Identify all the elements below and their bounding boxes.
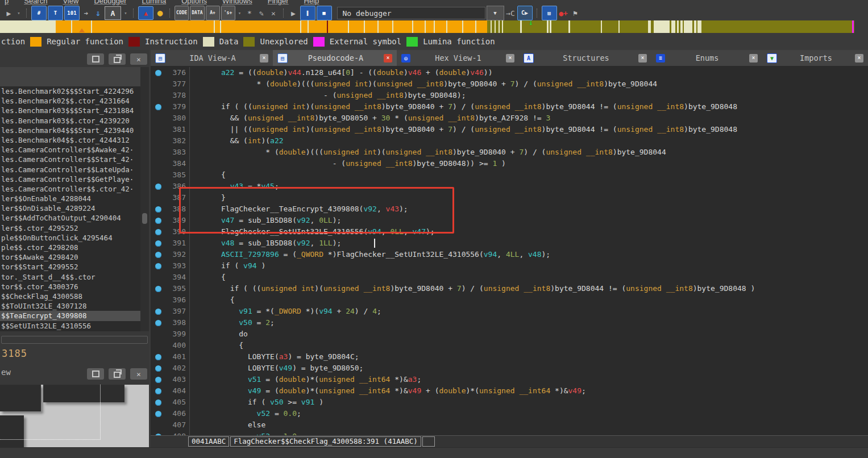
- menu-item[interactable]: Debugger: [94, 0, 126, 5]
- pseudocode-view[interactable]: 376 a22 = ((double)v44.n128_u64[0] - ((d…: [151, 66, 868, 436]
- code-line[interactable]: 393 if ( v94 ): [151, 260, 868, 272]
- breakpoint-gutter[interactable]: [151, 283, 165, 294]
- code-line[interactable]: 407 else: [151, 419, 868, 431]
- breakpoint-gutter[interactable]: [151, 215, 165, 226]
- code-line[interactable]: 377 * (double)(((unsigned int)(unsigned …: [151, 78, 868, 90]
- breakpoint-dot[interactable]: [155, 206, 161, 213]
- breakpoint-gutter[interactable]: [151, 135, 165, 147]
- code-line[interactable]: 391 v48 = sub_1B5D88(v92, 1LL);: [151, 238, 868, 249]
- close-button[interactable]: ×: [130, 368, 147, 380]
- maximize-button[interactable]: [87, 368, 104, 380]
- navigation-band[interactable]: ↓: [0, 20, 868, 33]
- analysis-indicator-icon[interactable]: ●: [155, 7, 165, 19]
- breakpoint-dot[interactable]: [155, 70, 161, 76]
- menu-item[interactable]: Windows: [222, 0, 252, 5]
- breakpoint-gutter[interactable]: [151, 340, 165, 351]
- breakpoint-gutter[interactable]: [151, 113, 165, 124]
- breakpoint-gutter[interactable]: [151, 260, 165, 272]
- tab-close-icon[interactable]: ×: [749, 54, 758, 63]
- code-line[interactable]: 389 v47 = sub_1B5D88(v92, 0LL);: [151, 215, 868, 226]
- functions-scrollbar[interactable]: [140, 67, 149, 331]
- breakpoint-gutter[interactable]: [151, 78, 165, 90]
- code-line[interactable]: 382 && (int)(a22: [151, 135, 868, 147]
- breakpoint-gutter[interactable]: [151, 238, 165, 249]
- functions-list[interactable]: les.Benchmark02$$$Start_4224296les.Bench…: [0, 86, 140, 331]
- breakpoint-dot[interactable]: [155, 365, 161, 372]
- code-line[interactable]: 376 a22 = ((double)v44.n128_u64[0] - ((d…: [151, 67, 868, 78]
- tab-pseudocode[interactable]: ▤Pseudocode-A×: [273, 50, 397, 66]
- search-again-icon[interactable]: ➔: [81, 7, 92, 19]
- close-button[interactable]: ×: [130, 53, 147, 65]
- code-line[interactable]: 394 {: [151, 272, 868, 283]
- breakpoint-dot[interactable]: [155, 286, 161, 292]
- code-line[interactable]: 399 do: [151, 328, 868, 340]
- breakpoint-gutter[interactable]: [151, 67, 165, 78]
- function-list-item[interactable]: les.Benchmark02$$.ctor_4231664: [0, 96, 140, 106]
- scrollbar-thumb[interactable]: [142, 213, 147, 224]
- code-line[interactable]: 390 FlagChecker__SetUInt32LE_4310556(v94…: [151, 226, 868, 238]
- breakpoint-gutter[interactable]: [151, 294, 165, 306]
- breakpoint-gutter[interactable]: [151, 272, 165, 283]
- breakpoint-gutter[interactable]: [151, 419, 165, 431]
- function-list-item[interactable]: tor$$Awake_4298420: [0, 252, 140, 262]
- breakpoint-gutter[interactable]: [151, 328, 165, 340]
- search-sequence-icon[interactable]: 101: [64, 6, 80, 20]
- make-data-icon[interactable]: DATA: [190, 6, 204, 20]
- segments-icon[interactable]: ▤: [542, 6, 557, 20]
- code-line[interactable]: 378 - (unsigned __int8)byte_9D8048);: [151, 90, 868, 101]
- menu-item[interactable]: Lumina: [142, 0, 167, 5]
- function-list-item[interactable]: les.Benchmark03$$.ctor_4239220: [0, 116, 140, 126]
- breakpoint-gutter[interactable]: [151, 249, 165, 260]
- function-list-item[interactable]: ple$$OnButtonClick_4295464: [0, 233, 140, 243]
- restore-button[interactable]: [109, 53, 126, 65]
- code-line[interactable]: 381 || ((unsigned int)(unsigned __int8)b…: [151, 124, 868, 135]
- code-line[interactable]: 397 v91 = *(_DWORD *)(v94 + 24) / 4;: [151, 306, 868, 317]
- code-line[interactable]: 387 }: [151, 192, 868, 203]
- breakpoint-dot[interactable]: [155, 309, 161, 315]
- function-list-item[interactable]: tor._Start_d__4$$.ctor: [0, 272, 140, 282]
- code-line[interactable]: 396 {: [151, 294, 868, 306]
- code-line[interactable]: 403 v51 = (double)*(unsigned __int64 *)&…: [151, 374, 868, 385]
- maximize-button[interactable]: [87, 53, 104, 65]
- function-list-item[interactable]: $$CheckFlag_4300588: [0, 292, 140, 301]
- menu-item[interactable]: Options: [181, 0, 207, 5]
- code-line[interactable]: 395 if ( ((unsigned int)(unsigned __int8…: [151, 283, 868, 294]
- function-list-item[interactable]: $$ToUInt32LE_4307128: [0, 301, 140, 311]
- code-line[interactable]: 379 if ( ((unsigned int)(unsigned __int8…: [151, 101, 868, 113]
- tab-close-icon[interactable]: ×: [384, 54, 392, 63]
- debug-stop-icon[interactable]: ■: [317, 6, 332, 20]
- dropdown-caret-icon[interactable]: ▾: [15, 7, 22, 19]
- code-line[interactable]: 398 v50 = 2;: [151, 317, 868, 328]
- tab-ida-view[interactable]: ▤IDA View-A×: [151, 50, 273, 66]
- function-list-item[interactable]: ler$$OnEnable_4288044: [0, 194, 140, 203]
- function-list-item[interactable]: les.Benchmark03$$$Start_4231884: [0, 106, 140, 115]
- make-array-icon[interactable]: A+: [206, 6, 220, 20]
- breakpoint-gutter[interactable]: [151, 226, 165, 238]
- function-list-item[interactable]: ler$$AddToChatOutput_4290404: [0, 213, 140, 223]
- breakpoint-add-icon[interactable]: ●+: [558, 7, 569, 19]
- code-line[interactable]: 388 FlagChecker__TeaEncrypt_4309808(v92,…: [151, 203, 868, 215]
- make-unknown-icon[interactable]: *: [244, 7, 255, 19]
- tab-close-icon[interactable]: ×: [638, 54, 647, 63]
- function-list-item[interactable]: les.Benchmark04$$.ctor_4244312: [0, 135, 140, 145]
- code-line[interactable]: 406 v52 = 0.0;: [151, 408, 868, 419]
- restore-button[interactable]: [109, 368, 126, 380]
- breakpoint-gutter[interactable]: [151, 90, 165, 101]
- function-list-item[interactable]: les.CameraController$$LateUpda·: [0, 165, 140, 174]
- code-line[interactable]: 384 - (unsigned __int8)byte_9D8048)) >= …: [151, 158, 868, 169]
- tab-hex-view[interactable]: ◎Hex View-1×: [397, 50, 519, 66]
- function-list-item[interactable]: les.CameraController$$Awake_42·: [0, 145, 140, 155]
- function-list-item[interactable]: les.CameraController$$Start_42·: [0, 155, 140, 164]
- code-line[interactable]: 385 {: [151, 169, 868, 181]
- patch-icon[interactable]: ✎: [256, 7, 267, 19]
- delete-icon[interactable]: ×: [268, 7, 279, 19]
- breakpoint-gutter[interactable]: [151, 124, 165, 135]
- tab-close-icon[interactable]: ×: [506, 54, 514, 63]
- tab-close-icon[interactable]: ×: [855, 54, 863, 63]
- debugger-selector[interactable]: No debugger: [337, 7, 485, 19]
- tab-enums[interactable]: ≡Enums×: [651, 50, 762, 66]
- breakpoint-dot[interactable]: [155, 104, 161, 110]
- breakpoint-gutter[interactable]: [151, 147, 165, 158]
- code-line[interactable]: 392 ASCII_7297896 = (_QWORD *)FlagChecke…: [151, 249, 868, 260]
- function-list-item[interactable]: ple$$.ctor_4298208: [0, 243, 140, 252]
